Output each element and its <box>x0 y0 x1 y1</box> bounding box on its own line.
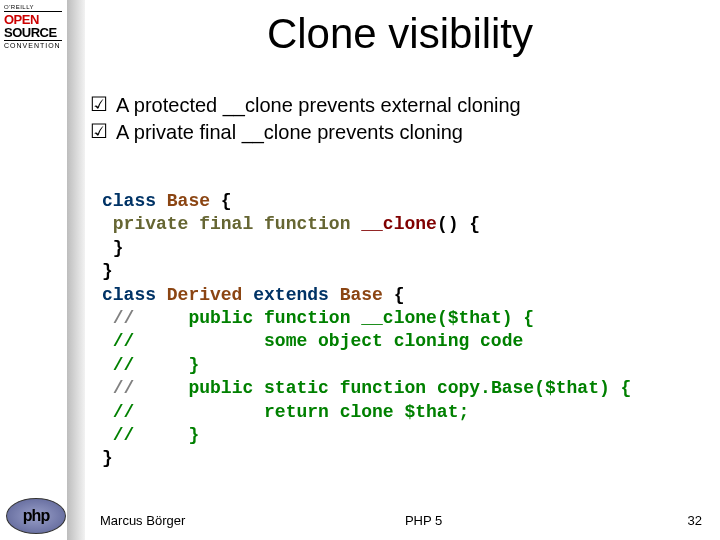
code-token: // } <box>102 355 199 375</box>
check-icon: ☑ <box>88 92 110 116</box>
code-token: } <box>102 448 113 468</box>
footer-center: PHP 5 <box>185 513 662 528</box>
code-line: // } <box>102 354 700 377</box>
code-line: // public static function copy.Base($tha… <box>102 377 700 400</box>
code-token: ($that) { <box>437 308 534 328</box>
side-gradient <box>67 0 85 540</box>
code-token: __clone <box>361 308 437 328</box>
logo-source: SOURCE <box>4 25 57 40</box>
code-token: Base <box>167 191 221 211</box>
code-token: public static function <box>188 378 436 398</box>
bullet-list: ☑A protected __clone prevents external c… <box>88 92 700 146</box>
code-token: { <box>394 285 405 305</box>
code-line: // return clone $that; <box>102 401 700 424</box>
code-line: } <box>102 260 700 283</box>
code-block: class Base { private final function __cl… <box>102 190 700 471</box>
code-line: private final function __clone() { <box>102 213 700 236</box>
oreilly-small: O'REILLY <box>4 4 66 10</box>
logo-convention: CONVENTION <box>4 42 66 49</box>
code-line: // some object cloning code <box>102 330 700 353</box>
logo-rule-bottom <box>4 40 62 41</box>
code-token: { <box>221 191 232 211</box>
code-token: __clone <box>361 214 437 234</box>
bullet-text: A private final __clone prevents cloning <box>116 119 463 146</box>
code-token: . <box>480 378 491 398</box>
code-token: } <box>102 261 113 281</box>
oreilly-logo: O'REILLY OPEN SOURCE CONVENTION <box>4 4 66 49</box>
code-token: class <box>102 191 167 211</box>
code-line: } <box>102 447 700 470</box>
check-icon: ☑ <box>88 119 110 143</box>
code-token: Base <box>491 378 534 398</box>
code-token: extends <box>253 285 339 305</box>
php-text: php <box>23 507 49 525</box>
php-logo: php <box>6 498 64 532</box>
code-line: } <box>102 237 700 260</box>
code-token: } <box>102 238 124 258</box>
code-token: // <box>102 378 188 398</box>
code-line: // } <box>102 424 700 447</box>
code-token: ($that) { <box>534 378 631 398</box>
code-token: public function <box>188 308 361 328</box>
code-line: // public function __clone($that) { <box>102 307 700 330</box>
code-token: copy <box>437 378 480 398</box>
footer: Marcus Börger PHP 5 32 <box>100 513 702 528</box>
code-token: private final function <box>102 214 361 234</box>
code-token: class <box>102 285 167 305</box>
code-token: Derived <box>167 285 253 305</box>
slide-title: Clone visibility <box>90 10 710 58</box>
code-token: Base <box>340 285 394 305</box>
bullet-text: A protected __clone prevents external cl… <box>116 92 521 119</box>
php-ellipse: php <box>6 498 66 534</box>
code-token: // <box>102 308 188 328</box>
bullet-row: ☑A private final __clone prevents clonin… <box>116 119 700 146</box>
footer-page: 32 <box>662 513 702 528</box>
code-line: class Derived extends Base { <box>102 284 700 307</box>
code-token: // } <box>102 425 199 445</box>
code-line: class Base { <box>102 190 700 213</box>
code-token: () { <box>437 214 480 234</box>
slide: O'REILLY OPEN SOURCE CONVENTION Clone vi… <box>0 0 720 540</box>
code-token: // some object cloning code <box>102 331 523 351</box>
bullet-row: ☑A protected __clone prevents external c… <box>116 92 700 119</box>
code-token: // return clone $that; <box>102 402 469 422</box>
footer-author: Marcus Börger <box>100 513 185 528</box>
